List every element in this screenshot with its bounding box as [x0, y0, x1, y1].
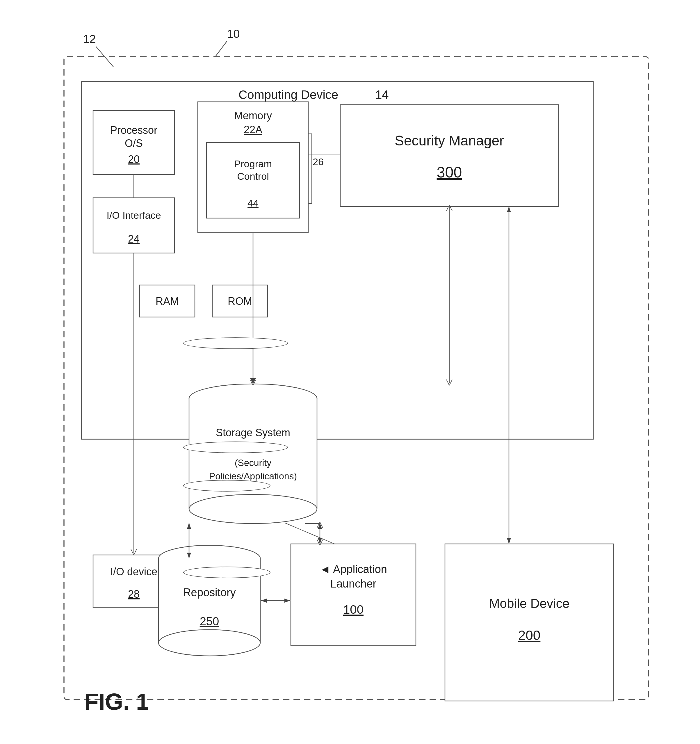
cylinder-top	[183, 338, 288, 349]
app-launcher-num: 100	[343, 603, 364, 616]
ram-label: RAM	[156, 295, 179, 307]
io-interface-num: 24	[128, 233, 140, 245]
memory-label: Memory	[234, 110, 272, 122]
repository-label: Repository	[183, 586, 236, 598]
repo-cylinder-top	[183, 480, 270, 491]
storage-sub1: (Security	[235, 457, 271, 468]
io-device-label: I/O device	[110, 566, 158, 577]
io-interface-label: I/O Interface	[106, 210, 161, 221]
repo-cylinder-bottom	[183, 567, 270, 578]
mobile-device-box	[445, 544, 614, 701]
storage-body-rect	[189, 399, 317, 509]
label-26: 26	[313, 156, 324, 167]
cylinder-bottom-cap	[183, 442, 288, 453]
security-manager-num: 300	[437, 164, 462, 181]
app-launcher-box	[291, 544, 416, 646]
security-manager-label: Security Manager	[395, 133, 504, 148]
io-device-num: 28	[128, 588, 140, 600]
security-manager-box	[340, 105, 558, 207]
processor-label: Processor	[110, 124, 158, 136]
storage-system-label: Storage System	[216, 427, 290, 439]
rom-label: ROM	[228, 295, 252, 307]
app-launcher-label2: Launcher	[330, 577, 377, 590]
fig-label: FIG. 1	[84, 689, 149, 715]
program-control-label2: Control	[237, 171, 269, 182]
ref-10-text: 10	[227, 27, 240, 40]
app-launcher-arrow-label: ◄ Application	[320, 563, 387, 575]
program-control-num: 44	[247, 198, 259, 208]
storage-bottom-ellipse	[189, 494, 317, 524]
computing-device-label: Computing Device	[238, 88, 338, 101]
processor-num: 20	[128, 153, 140, 165]
memory-num: 22A	[244, 124, 262, 135]
mobile-device-num: 200	[518, 628, 541, 643]
os-label: O/S	[125, 137, 143, 149]
ref-12-text: 12	[83, 33, 96, 45]
repository-num: 250	[200, 615, 219, 628]
computing-device-14: 14	[375, 88, 389, 101]
repo-bottom-ellipse	[159, 630, 260, 656]
mobile-device-label: Mobile Device	[489, 596, 569, 610]
program-control-label1: Program	[234, 158, 272, 169]
